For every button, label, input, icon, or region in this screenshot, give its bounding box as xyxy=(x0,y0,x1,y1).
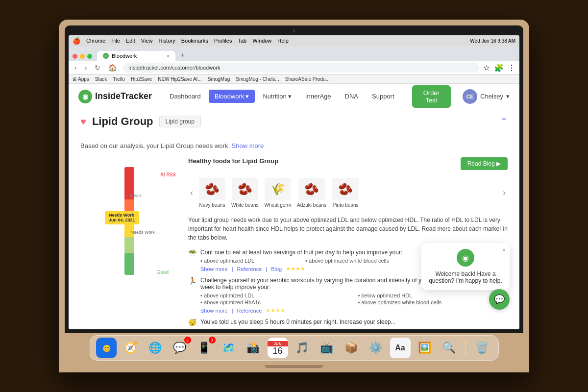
minimize-traffic-light[interactable] xyxy=(80,54,85,59)
forward-button[interactable]: › xyxy=(83,63,89,73)
messages-badge: 2 xyxy=(184,337,191,343)
menu-file[interactable]: File xyxy=(111,38,120,44)
dock-messages[interactable]: 💬 2 xyxy=(170,338,190,358)
status-chart: At Risk Needs WorkJun 04, 2021 Needs Wor… xyxy=(115,157,144,285)
optimizing-segment xyxy=(124,237,134,253)
menu-window[interactable]: Window xyxy=(252,38,271,44)
rec1-show-more[interactable]: Show more xyxy=(200,266,228,272)
back-button[interactable]: ‹ xyxy=(73,63,79,73)
rec1-bullet-1: above optimized LDL xyxy=(200,258,297,264)
rec2-bullet-1: above optimized LDL xyxy=(200,293,350,298)
collapse-button[interactable]: ⌃ xyxy=(500,116,508,127)
menu-bookmarks[interactable]: Bookmarks xyxy=(181,38,208,44)
rec3-icon: 😴 xyxy=(188,318,196,326)
home-button[interactable]: 🏠 xyxy=(106,63,119,73)
read-blog-button[interactable]: Read Blog ▶ xyxy=(461,157,508,170)
dock-facetime[interactable]: 📱 3 xyxy=(194,338,215,358)
extensions-icon[interactable]: 🧩 xyxy=(494,63,504,73)
nav-dashboard[interactable]: Dashboard xyxy=(164,90,207,103)
bookmark-apps[interactable]: ⊞ Apps xyxy=(73,76,89,82)
bookmarks-bar: ⊞ Apps Slack Trello Hip2Save NEW Hip2Sav… xyxy=(69,75,519,84)
bookmark-star[interactable]: ☆ xyxy=(483,63,490,73)
tab-favicon: i xyxy=(103,53,109,59)
nav-dna[interactable]: DNA xyxy=(339,90,364,103)
menu-icon[interactable]: ⋮ xyxy=(508,63,515,73)
menu-profiles[interactable]: Profiles xyxy=(214,38,232,44)
screen-bezel: 🍎 Chrome File Edit View History Bookmark… xyxy=(65,25,523,333)
section-tab[interactable]: Lipid group xyxy=(159,116,201,127)
fullscreen-traffic-light[interactable] xyxy=(87,54,92,59)
dock-safari[interactable]: 🧭 xyxy=(121,338,141,358)
menu-chrome[interactable]: Chrome xyxy=(86,38,105,44)
rec1-content: Cont nue to eat at least two servings of… xyxy=(200,249,402,272)
section-body: Based on our analysis, your Lipid Group … xyxy=(69,134,519,329)
chat-bubble-button[interactable]: 💬 xyxy=(489,289,510,310)
bookmark-slack[interactable]: Slack xyxy=(95,76,107,82)
dock-fontbook[interactable]: Aa xyxy=(390,338,411,358)
dock-calendar[interactable]: JUN 16 xyxy=(268,338,288,358)
bookmark-trello[interactable]: Trello xyxy=(113,76,125,82)
rec3-content: You've told us you sleep 5 hours 0 minut… xyxy=(200,318,396,327)
foods-carousel: ‹ 🫘 Navy beans 🫘 xyxy=(188,178,508,208)
apple-menu[interactable]: 🍎 xyxy=(73,37,80,45)
nav-support[interactable]: Support xyxy=(366,90,400,103)
navy-beans-label: Navy beans xyxy=(199,202,225,208)
dock-systemprefs[interactable]: ⚙️ xyxy=(366,338,386,358)
refresh-button[interactable]: ↻ xyxy=(93,63,102,73)
needs-work-tooltip: Needs WorkJun 04, 2021 xyxy=(105,211,139,224)
menu-history[interactable]: History xyxy=(158,38,175,44)
dock-preview[interactable]: 🖼️ xyxy=(415,338,435,358)
dock-photos[interactable]: 📸 xyxy=(243,338,264,358)
new-tab-button[interactable]: + xyxy=(176,49,188,61)
nav-menu: Dashboard Bloodwork ▾ Nutrition ▾ InnerA… xyxy=(164,90,400,103)
dock-trash[interactable]: 🗑️ xyxy=(472,338,492,358)
rec2-icon: 🏃 xyxy=(188,277,196,285)
close-traffic-light[interactable] xyxy=(73,54,77,59)
show-more-link[interactable]: Show more xyxy=(232,142,264,149)
url-bar[interactable] xyxy=(122,63,479,73)
rec1-blog[interactable]: Blog xyxy=(271,266,282,272)
carousel-prev-button[interactable]: ‹ xyxy=(188,186,195,200)
camera xyxy=(293,29,295,32)
dock-maps[interactable]: 🗺️ xyxy=(219,338,239,358)
dock-divider xyxy=(466,339,466,357)
dock-appstore[interactable]: 📦 xyxy=(341,338,362,358)
menu-edit[interactable]: Edit xyxy=(126,38,135,44)
tab-close-button[interactable]: × xyxy=(167,53,170,59)
menu-view[interactable]: View xyxy=(141,38,153,44)
bookmark-hip2save-af[interactable]: NEW Hip2Save Af... xyxy=(158,76,201,82)
dock-tv[interactable]: 📺 xyxy=(317,338,337,358)
screen: 🍎 Chrome File Edit View History Bookmark… xyxy=(69,35,519,329)
bookmark-shareasale[interactable]: ShareASale Produ... xyxy=(285,76,330,82)
order-test-button[interactable]: Order Test xyxy=(412,85,451,108)
dock-finder[interactable]: 😊 xyxy=(96,338,117,358)
dock-calendar-day: 16 xyxy=(272,346,282,355)
section-header: ♥ Lipid Group Lipid group ⌃ xyxy=(69,109,519,134)
bookmark-hip2save[interactable]: Hip2Save xyxy=(131,76,152,82)
nav-innerage[interactable]: InnerAge xyxy=(299,90,337,103)
rec2-bullets: above optimized LDL below optimized HDL … xyxy=(200,293,508,305)
carousel-next-button[interactable]: › xyxy=(501,186,508,200)
rec1-text: Cont nue to eat at least two servings of… xyxy=(200,249,402,256)
logo-text: InsideTracker xyxy=(95,91,152,101)
bookmark-smugmug[interactable]: SmugMug xyxy=(208,76,230,82)
bookmark-smugmug-chels[interactable]: SmugMug - Chels... xyxy=(236,76,279,82)
menu-help[interactable]: Help xyxy=(277,38,289,44)
nav-bloodwork[interactable]: Bloodwork ▾ xyxy=(209,90,255,103)
nav-nutrition[interactable]: Nutrition ▾ xyxy=(257,90,297,103)
heart-icon: ♥ xyxy=(80,116,86,127)
dock-chrome[interactable]: 🌐 xyxy=(145,338,166,358)
dock-quicklook[interactable]: 🔍 xyxy=(439,338,460,358)
chat-close-button[interactable]: × xyxy=(502,247,506,254)
menu-tab[interactable]: Tab xyxy=(238,38,246,44)
rec1-reference[interactable]: Reference xyxy=(237,266,262,272)
rec2-show-more[interactable]: Show more xyxy=(200,308,228,314)
rec1-icon: 🥗 xyxy=(188,249,196,257)
logo-icon: ◉ xyxy=(78,90,92,103)
dock-music[interactable]: 🎵 xyxy=(292,338,313,358)
active-tab[interactable]: i Bloodwork × xyxy=(97,51,175,61)
navy-beans-image: 🫘 xyxy=(199,178,225,200)
dock-area: 😊 🧭 🌐 💬 2 📱 3 🗺️ 📸 JUN 16 🎵 📺 📦 ⚙ xyxy=(65,333,523,361)
rec2-reference[interactable]: Reference xyxy=(237,308,262,314)
user-menu[interactable]: CE Chelsey ▾ xyxy=(463,89,510,104)
